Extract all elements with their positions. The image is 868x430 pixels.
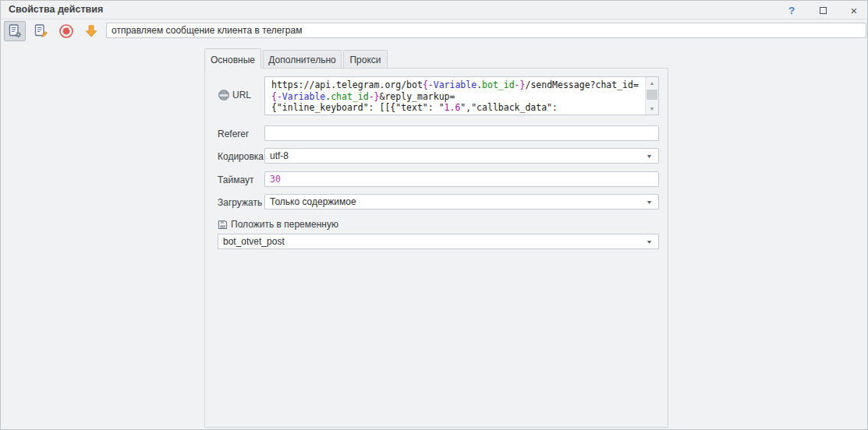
save-variable-combo[interactable]: bot_otvet_post ▼ <box>218 234 659 249</box>
help-icon: ? <box>788 5 795 16</box>
url-textarea[interactable]: https://api.telegram.org/bot{-Variable.b… <box>264 76 659 115</box>
save-variable-label-text: Положить в переменную <box>231 219 338 230</box>
load-mode-select[interactable]: Только содержимое ▼ <box>264 194 659 210</box>
save-variable-label: Положить в переменную <box>218 219 338 230</box>
encoding-value: utf-8 <box>270 150 647 161</box>
tab-main[interactable]: Основные <box>204 48 261 69</box>
chevron-down-icon: ▼ <box>646 153 653 159</box>
chevron-down-icon: ▼ <box>646 199 653 205</box>
scrollbar-thumb[interactable] <box>647 90 657 100</box>
main-tab-panel: www URL https://api.telegram.org/bot{-Va… <box>204 68 668 428</box>
maximize-button[interactable] <box>814 2 831 18</box>
action-properties-icon <box>7 23 23 39</box>
close-icon: × <box>851 4 858 17</box>
timeout-label: Таймаут <box>218 174 253 185</box>
action-properties-button[interactable] <box>4 21 26 41</box>
load-mode-value: Только содержимое <box>270 196 647 207</box>
dialog-title: Свойства действия <box>9 4 103 15</box>
url-code-content: https://api.telegram.org/bot{-Variable.b… <box>265 77 658 115</box>
window-controls: ? × <box>783 1 863 19</box>
url-scrollbar[interactable]: ▲ ▼ <box>645 77 658 115</box>
save-floppy-icon <box>218 220 228 230</box>
help-button[interactable]: ? <box>783 2 800 18</box>
url-label: www URL <box>218 89 251 101</box>
edit-action-icon <box>33 23 48 39</box>
toolbar <box>1 20 867 42</box>
scroll-down-icon[interactable]: ▼ <box>646 103 658 115</box>
record-button[interactable] <box>55 21 77 41</box>
title-bar: Свойства действия ? × <box>1 1 867 19</box>
arrow-down-icon <box>83 23 99 39</box>
tab-proxy[interactable]: Прокси <box>343 50 388 68</box>
close-button[interactable]: × <box>845 2 863 18</box>
chevron-down-icon: ▼ <box>646 239 653 245</box>
scroll-up-icon[interactable]: ▲ <box>646 77 658 89</box>
action-name-input[interactable] <box>106 23 866 38</box>
referer-label: Referer <box>218 129 249 139</box>
globe-www-icon: www <box>218 89 230 101</box>
url-label-text: URL <box>232 90 251 100</box>
maximize-icon <box>820 7 827 14</box>
tab-strip: Основные Дополнительно Прокси <box>204 48 388 69</box>
load-mode-label: Загружать <box>218 197 262 208</box>
edit-action-button[interactable] <box>30 21 51 41</box>
action-properties-dialog: Свойства действия ? × <box>0 0 868 430</box>
encoding-label: Кодировка <box>218 151 264 162</box>
save-variable-value: bot_otvet_post <box>223 236 647 247</box>
record-icon <box>58 23 75 40</box>
referer-input[interactable] <box>264 125 659 141</box>
navigate-down-button[interactable] <box>80 21 102 41</box>
timeout-input[interactable] <box>264 171 659 187</box>
tab-additional[interactable]: Дополнительно <box>263 50 342 68</box>
encoding-select[interactable]: utf-8 ▼ <box>264 148 659 164</box>
svg-text:www: www <box>219 93 229 97</box>
